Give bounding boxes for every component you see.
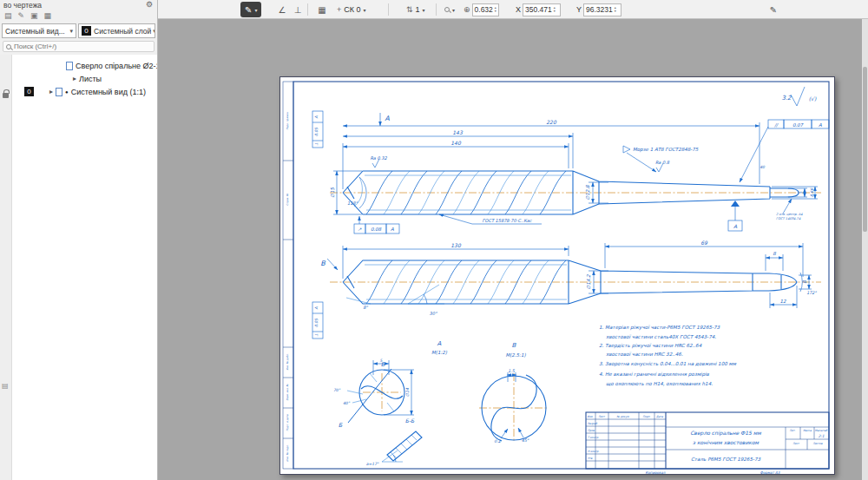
drawing-label: Подп. и дата bbox=[286, 414, 289, 431]
drawing-label: 0.08 bbox=[371, 227, 382, 232]
chevron-right-icon[interactable]: ▸ bbox=[49, 88, 53, 95]
drawing-label: Инв. № подл. bbox=[286, 444, 289, 461]
drawing-label: Утв. bbox=[588, 457, 593, 460]
edit-pen-icon[interactable]: ✎ bbox=[766, 2, 781, 17]
drawing-label: Листов bbox=[812, 442, 822, 445]
chevron-down-icon: ▾ bbox=[254, 7, 257, 13]
drawing-label: 70° bbox=[333, 388, 341, 392]
lock-icon[interactable] bbox=[3, 93, 9, 98]
drawing-label: ⊥ bbox=[314, 333, 319, 337]
tree-area: ▤ Сверло спіральне Ø2-1 ▸ Листы 0 ▸ ● Си… bbox=[0, 55, 157, 480]
drawing-label: А bbox=[437, 340, 442, 347]
tree-item-document[interactable]: Сверло спіральне Ø2-1 bbox=[12, 59, 157, 72]
drawing-label: Изм. bbox=[587, 415, 593, 418]
zoom-level-field[interactable]: ⊕ 0.632 ▴▾ bbox=[464, 2, 499, 17]
perpendicular-snap-icon[interactable]: ⊥ bbox=[290, 2, 306, 17]
pencil-icon[interactable]: ✎ bbox=[18, 11, 25, 20]
drawing-tree-panel: во чертежа ⚙ ▤ ✎ ▣ ▦ Системный вид... ▾ … bbox=[0, 0, 158, 480]
grid-icon[interactable]: ▦ bbox=[44, 11, 52, 20]
drawing-label: 2 отв. центр. А4 bbox=[776, 213, 803, 216]
chevron-right-icon[interactable]: ▸ bbox=[73, 75, 76, 82]
x-label: X bbox=[516, 5, 521, 14]
drawing-label: Пров. bbox=[588, 429, 595, 432]
scale-select[interactable]: ⇅ 1 ▾ bbox=[404, 2, 428, 17]
search-input[interactable] bbox=[14, 43, 151, 50]
view-icon bbox=[56, 88, 62, 96]
search-box[interactable] bbox=[3, 41, 155, 52]
gear-icon[interactable]: ⚙ bbox=[146, 0, 153, 9]
drawing-label: 8 bbox=[773, 251, 776, 256]
drawing-label: 30° bbox=[430, 311, 437, 316]
drawing-label: А bbox=[385, 115, 390, 122]
list-icon[interactable]: ▤ bbox=[4, 11, 12, 20]
drawing-label: 2. Твердість ріжучої частини HRC 62..64 bbox=[599, 343, 702, 349]
drawing-sheet[interactable]: 3.2(√)//0.07А220143140Морзе 1 АТ8 ГОСТ28… bbox=[279, 76, 835, 475]
line-tool-button[interactable]: ✎ ▾ bbox=[240, 2, 261, 17]
drawing-label: Копировал bbox=[646, 470, 666, 475]
tree-item-label: Системный вид (1:1) bbox=[71, 88, 146, 96]
layer-select[interactable]: 0 Системный слой ▾ bbox=[78, 23, 155, 38]
layer-number-badge: 0 bbox=[24, 87, 34, 96]
drawing-label: ∅15 bbox=[330, 187, 335, 198]
drawing-label: 8 bbox=[802, 280, 807, 284]
drawing-label: В bbox=[320, 260, 326, 267]
main-toolbar: ✎ ▾ ∠ ⊥ ▦ + СК 0 ▾ ⇅ 1 ▾ ▾ ⊕ 0.632 ▴▾ bbox=[158, 0, 868, 19]
spinner-icon[interactable]: ▴▾ bbox=[554, 6, 556, 13]
vertical-scrollbar[interactable] bbox=[862, 19, 868, 480]
view-select[interactable]: Системный вид... ▾ bbox=[2, 23, 76, 38]
cursor-y-field[interactable]: Y 96.3231 ▴▾ bbox=[576, 2, 621, 17]
drawing-label: 1. Матеріал ріжучої части-Р6М5 ГОСТ 1926… bbox=[599, 325, 720, 331]
tree-item-label: Сверло спіральне Ø2-1 bbox=[76, 62, 157, 70]
drawing-canvas[interactable]: 3.2(√)//0.07А220143140Морзе 1 АТ8 ГОСТ28… bbox=[158, 19, 868, 480]
drawing-label: 1.5 bbox=[508, 369, 516, 373]
layer-select-label: Системный слой bbox=[94, 27, 151, 36]
drawing-label: 3.2 bbox=[781, 95, 792, 102]
zoom-value: 0.632 bbox=[475, 5, 493, 14]
angle-snap-icon[interactable]: ∠ bbox=[274, 2, 290, 17]
toolbar-separator bbox=[307, 3, 308, 16]
zoom-plus-icon: ⊕ bbox=[464, 5, 470, 14]
chevron-down-icon: ▾ bbox=[423, 7, 425, 13]
drawing-label: М(1:2) bbox=[431, 350, 448, 355]
spinner-icon[interactable]: ▴▾ bbox=[495, 6, 496, 13]
drawing-label: Подп. bbox=[642, 415, 650, 418]
coordinate-system-select[interactable]: + СК 0 ▾ bbox=[334, 2, 369, 17]
layers-icon[interactable]: ▤ bbox=[2, 382, 9, 390]
spinner-icon[interactable]: ▴▾ bbox=[615, 6, 616, 13]
drawing-label: 12 bbox=[780, 299, 786, 304]
tree-item-sheets[interactable]: ▸ Листы bbox=[12, 72, 157, 85]
drawing-label: 0.05 bbox=[314, 318, 319, 327]
drawing-label: Лист bbox=[598, 415, 606, 418]
drawing-label: Справ. № bbox=[286, 194, 289, 206]
zoom-tool-button[interactable]: ▾ bbox=[442, 2, 457, 17]
image-icon[interactable]: ▣ bbox=[30, 11, 38, 20]
drawing-label: Ra 0.8 bbox=[655, 160, 670, 165]
drawing-label: з конічним хвостовиком bbox=[693, 439, 760, 445]
tree-item-system-view[interactable]: 0 ▸ ● Системный вид (1:1) bbox=[12, 85, 157, 98]
scale-value: 1 bbox=[416, 5, 420, 14]
drawing-label: М(2.5:1) bbox=[505, 352, 526, 358]
drawing-label: А bbox=[391, 227, 394, 232]
grid-toggle-icon[interactable]: ▦ bbox=[314, 2, 330, 17]
drawing-label: 0.07 bbox=[792, 122, 805, 128]
chevron-down-icon: ▾ bbox=[364, 7, 366, 13]
panel-toolbar: ▤ ✎ ▣ ▦ bbox=[0, 10, 157, 22]
cs-icon: + bbox=[337, 5, 341, 14]
drawing-label: Инв. № дубл. bbox=[286, 353, 289, 370]
drawing-label: ∅12.8 bbox=[585, 185, 590, 201]
drawing-label: 45° bbox=[522, 438, 529, 443]
drawing-label: Сталь Р6М5 ГОСТ 19265-73 bbox=[691, 457, 761, 462]
toolbar-separator bbox=[436, 3, 437, 16]
drawing-label: Взам. инв. № bbox=[286, 384, 289, 400]
active-view-bullet-icon: ● bbox=[65, 89, 69, 95]
drawing-label: ∅14 bbox=[405, 387, 410, 397]
cursor-x-field[interactable]: X 350.471 ▴▾ bbox=[516, 2, 561, 17]
drawing-label: Перв. примен. bbox=[286, 111, 289, 129]
scrollbar-thumb[interactable] bbox=[863, 67, 867, 232]
scale-icon: ⇅ bbox=[406, 5, 413, 14]
y-label: Y bbox=[576, 5, 582, 14]
drawing-label: Дата bbox=[656, 415, 663, 418]
drawing-label: ⊥ bbox=[314, 142, 319, 146]
tree-gutter: ▤ bbox=[0, 55, 12, 480]
pen-icon: ✎ bbox=[245, 5, 252, 15]
